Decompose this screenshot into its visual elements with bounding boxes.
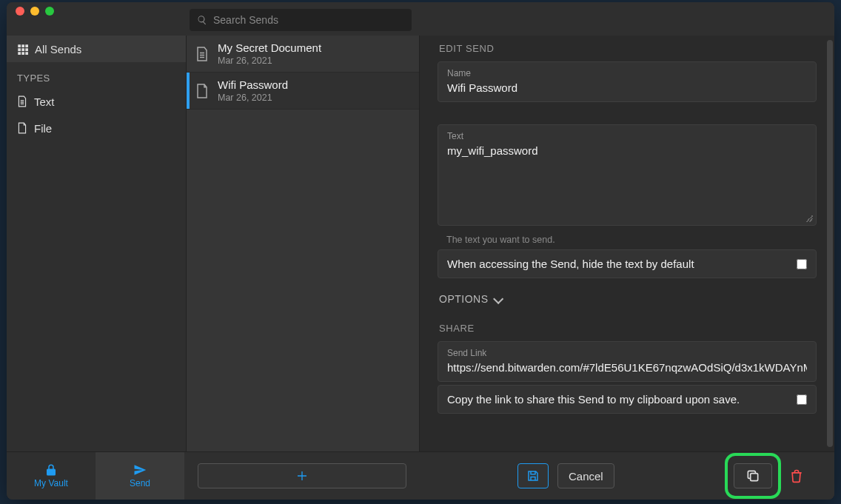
plus-icon bbox=[296, 470, 308, 482]
send-list: My Secret Document Mar 26, 2021 Wifi Pas… bbox=[187, 36, 420, 451]
edit-send-header: EDIT SEND bbox=[439, 43, 817, 54]
sidebar-type-text-label: Text bbox=[34, 95, 55, 108]
sidebar-all-sends[interactable]: All Sends bbox=[7, 36, 186, 62]
sidebar-type-text[interactable]: Text bbox=[7, 88, 186, 115]
file-icon bbox=[17, 122, 27, 134]
name-field-box: Name bbox=[438, 61, 817, 102]
svg-rect-5 bbox=[25, 48, 28, 51]
sidebar-types-header: TYPES bbox=[7, 62, 186, 88]
minimize-window-button[interactable] bbox=[30, 7, 39, 16]
save-icon bbox=[526, 469, 540, 483]
copy-on-save-checkbox[interactable] bbox=[797, 394, 807, 405]
text-file-icon bbox=[17, 95, 27, 107]
svg-rect-7 bbox=[21, 52, 24, 55]
close-window-button[interactable] bbox=[16, 7, 24, 16]
text-input[interactable] bbox=[447, 144, 807, 218]
hide-text-checkbox[interactable] bbox=[797, 259, 807, 269]
copy-on-save-row[interactable]: Copy the link to share this Send to my c… bbox=[438, 385, 817, 414]
add-send-button[interactable] bbox=[198, 463, 406, 488]
text-file-icon bbox=[195, 46, 209, 62]
main-area: All Sends TYPES Text File My Secret Docu… bbox=[7, 36, 834, 451]
window-controls bbox=[16, 2, 190, 16]
hide-text-row[interactable]: When accessing the Send, hide the text b… bbox=[438, 249, 817, 278]
list-item[interactable]: Wifi Password Mar 26, 2021 bbox=[187, 73, 419, 110]
name-input[interactable] bbox=[447, 81, 807, 94]
options-toggle[interactable]: OPTIONS bbox=[439, 293, 815, 305]
resize-handle[interactable] bbox=[805, 215, 813, 222]
send-link-label: Send Link bbox=[447, 348, 807, 358]
app-window: Search Sends All Sends TYPES Text File bbox=[7, 2, 834, 500]
copy-on-save-label: Copy the link to share this Send to my c… bbox=[447, 393, 740, 406]
text-field-box: Text bbox=[438, 124, 817, 226]
cancel-button[interactable]: Cancel bbox=[557, 463, 614, 488]
svg-rect-4 bbox=[21, 48, 24, 51]
svg-rect-3 bbox=[18, 48, 21, 51]
text-label: Text bbox=[447, 131, 807, 141]
svg-rect-2 bbox=[25, 44, 28, 47]
chevron-down-icon bbox=[493, 295, 502, 303]
tab-my-vault[interactable]: My Vault bbox=[7, 452, 96, 500]
lock-icon bbox=[44, 463, 58, 477]
send-icon bbox=[133, 463, 147, 477]
footer: My Vault Send Cancel bbox=[7, 451, 834, 500]
share-header: SHARE bbox=[439, 323, 817, 334]
name-label: Name bbox=[447, 68, 807, 78]
search-sends-field[interactable]: Search Sends bbox=[190, 9, 412, 31]
svg-rect-0 bbox=[18, 44, 21, 47]
file-icon bbox=[195, 83, 209, 99]
sidebar-type-file[interactable]: File bbox=[7, 115, 186, 141]
copy-link-button[interactable] bbox=[734, 463, 772, 488]
text-hint: The text you want to send. bbox=[438, 229, 817, 249]
list-item-title: My Secret Document bbox=[218, 41, 321, 54]
svg-rect-9 bbox=[751, 474, 758, 481]
cancel-label: Cancel bbox=[569, 470, 603, 483]
delete-button[interactable] bbox=[781, 463, 812, 488]
sidebar-type-file-label: File bbox=[34, 122, 52, 135]
titlebar: Search Sends bbox=[7, 2, 834, 36]
detail-pane: EDIT SEND Name Text The text you want to… bbox=[420, 36, 834, 451]
list-item-date: Mar 26, 2021 bbox=[218, 93, 288, 103]
send-link-box: Send Link bbox=[438, 341, 817, 382]
svg-rect-8 bbox=[25, 52, 28, 55]
grid-icon bbox=[17, 44, 28, 55]
search-icon bbox=[197, 15, 207, 25]
hide-text-label: When accessing the Send, hide the text b… bbox=[447, 258, 694, 270]
sidebar-all-sends-label: All Sends bbox=[35, 43, 81, 56]
tab-send-label: Send bbox=[130, 478, 150, 488]
options-label: OPTIONS bbox=[439, 293, 489, 305]
tab-send[interactable]: Send bbox=[96, 452, 184, 500]
maximize-window-button[interactable] bbox=[45, 7, 54, 16]
tab-my-vault-label: My Vault bbox=[34, 478, 68, 488]
list-item-title: Wifi Password bbox=[218, 78, 288, 91]
send-link-input[interactable] bbox=[447, 361, 807, 374]
svg-rect-6 bbox=[18, 52, 21, 55]
trash-icon bbox=[789, 468, 804, 483]
svg-rect-1 bbox=[21, 44, 24, 47]
scrollbar[interactable] bbox=[827, 40, 833, 447]
save-button[interactable] bbox=[517, 463, 549, 488]
list-item-text: Wifi Password Mar 26, 2021 bbox=[218, 78, 288, 103]
right-actions bbox=[734, 463, 834, 488]
list-item-date: Mar 26, 2021 bbox=[218, 56, 321, 66]
copy-icon bbox=[745, 468, 760, 483]
search-placeholder: Search Sends bbox=[213, 14, 278, 26]
list-item-text: My Secret Document Mar 26, 2021 bbox=[218, 41, 321, 66]
sidebar: All Sends TYPES Text File bbox=[7, 36, 187, 451]
list-item[interactable]: My Secret Document Mar 26, 2021 bbox=[187, 36, 419, 73]
